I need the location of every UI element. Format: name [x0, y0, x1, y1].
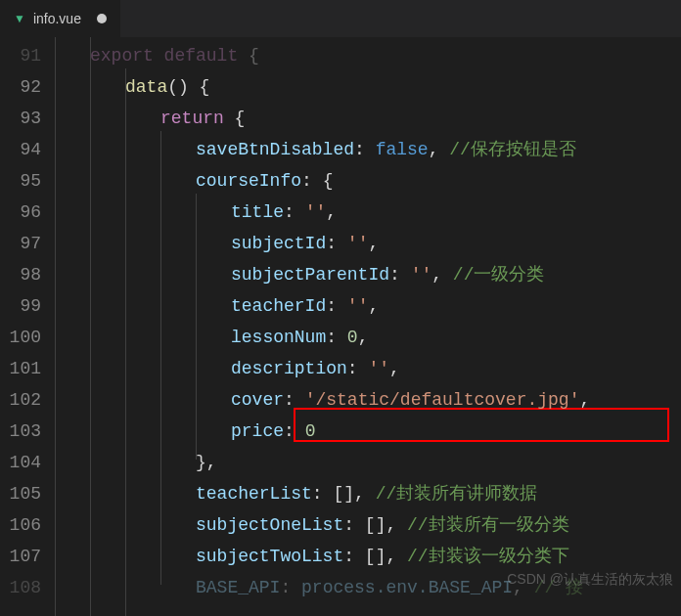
- token-string: '': [411, 265, 432, 285]
- token-punct: :: [284, 421, 305, 441]
- token-punct: ,: [389, 359, 400, 378]
- line-number: 102: [0, 384, 41, 416]
- token-punct: },: [196, 453, 217, 472]
- token-property: subjectParentId: [231, 265, 389, 285]
- token-property: BASE_API: [196, 578, 280, 597]
- code-line[interactable]: saveBtnDisabled: false, //保存按钮是否: [55, 134, 681, 165]
- token-keyword: export default: [90, 46, 238, 66]
- code-line[interactable]: lessonNum: 0,: [55, 322, 681, 353]
- token-punct: ,: [429, 140, 450, 159]
- token-string: '': [305, 202, 327, 222]
- token-property: cover: [231, 390, 284, 410]
- line-number: 97: [0, 228, 41, 259]
- token-property: courseInfo: [196, 171, 301, 191]
- vue-file-icon: ▼: [14, 12, 25, 25]
- tab-bar: ▼ info.vue: [0, 0, 681, 37]
- token-comment: //一级分类: [453, 265, 545, 285]
- token-comment: //保存按钮是否: [449, 140, 576, 159]
- token-punct: :: [389, 265, 411, 285]
- token-number: 0: [347, 328, 358, 347]
- token-property: saveBtnDisabled: [196, 140, 354, 159]
- token-property: title: [231, 202, 284, 222]
- token-punct: :: [284, 202, 305, 222]
- code-editor[interactable]: 9192939495969798991001011021031041051061…: [0, 37, 681, 616]
- token-property: subjectTwoList: [196, 547, 343, 566]
- line-number: 107: [0, 541, 41, 572]
- code-line[interactable]: price: 0: [55, 416, 681, 447]
- token-punct: : [],: [343, 547, 407, 566]
- code-line[interactable]: subjectOneList: [], //封装所有一级分类: [55, 509, 681, 541]
- token-punct: {: [238, 46, 259, 66]
- line-number: 105: [0, 478, 41, 509]
- token-punct: ,: [431, 265, 453, 285]
- line-number: 106: [0, 509, 41, 541]
- token-property: description: [231, 359, 347, 378]
- token-punct: :: [354, 140, 376, 159]
- token-punct: {: [224, 109, 246, 128]
- code-line[interactable]: data() {: [55, 71, 681, 103]
- token-punct: :: [326, 234, 347, 253]
- code-line[interactable]: },: [55, 447, 681, 478]
- code-content[interactable]: CSDN @认真生活的灰太狼 export default {data() {r…: [55, 37, 681, 616]
- code-line[interactable]: subjectParentId: '', //一级分类: [55, 259, 681, 290]
- line-number: 100: [0, 322, 41, 353]
- token-punct: ,: [358, 328, 369, 347]
- line-number: 99: [0, 290, 41, 322]
- token-punct: ,: [579, 390, 590, 410]
- token-comment: //封装该一级分类下: [407, 547, 569, 566]
- line-number: 91: [0, 40, 41, 71]
- line-number: 103: [0, 416, 41, 447]
- token-comment: //封装所有一级分类: [407, 515, 569, 535]
- line-number: 93: [0, 103, 41, 134]
- token-property: teacherList: [196, 484, 312, 504]
- code-line[interactable]: description: '',: [55, 353, 681, 384]
- token-property: lessonNum: [231, 328, 326, 347]
- code-line[interactable]: BASE_API: process.env.BASE_API, // 接: [55, 572, 681, 603]
- line-number-gutter: 9192939495969798991001011021031041051061…: [0, 37, 55, 616]
- token-property: subjectOneList: [196, 515, 343, 535]
- code-line[interactable]: return {: [55, 103, 681, 134]
- line-number: 96: [0, 197, 41, 228]
- code-line[interactable]: teacherId: '',: [55, 290, 681, 322]
- code-line[interactable]: subjectTwoList: [], //封装该一级分类下: [55, 541, 681, 572]
- token-property: subjectId: [231, 234, 326, 253]
- line-number: 108: [0, 572, 41, 603]
- editor-tab[interactable]: ▼ info.vue: [0, 0, 120, 37]
- code-line[interactable]: subjectId: '',: [55, 228, 681, 259]
- code-line[interactable]: cover: '/static/defaultcover.jpg',: [55, 384, 681, 416]
- code-line[interactable]: title: '',: [55, 197, 681, 228]
- line-number: 101: [0, 353, 41, 384]
- code-line[interactable]: export default {: [55, 40, 681, 71]
- token-punct: :: [284, 390, 305, 410]
- token-punct: :: [280, 578, 301, 597]
- token-punct: :: [326, 328, 347, 347]
- line-number: 94: [0, 134, 41, 165]
- tab-filename: info.vue: [33, 11, 81, 26]
- line-number: 92: [0, 71, 41, 103]
- token-punct: () {: [167, 77, 209, 97]
- token-comment: // 接: [534, 578, 583, 597]
- line-number: 104: [0, 447, 41, 478]
- token-punct: : {: [301, 171, 333, 191]
- line-number: 95: [0, 165, 41, 197]
- token-calllike: data: [125, 77, 167, 97]
- token-keyword: return: [160, 109, 224, 128]
- token-punct: :: [347, 359, 369, 378]
- code-line[interactable]: courseInfo: {: [55, 165, 681, 197]
- token-punct: : [],: [312, 484, 376, 504]
- token-comment: //封装所有讲师数据: [376, 484, 538, 504]
- token-string: '/static/defaultcover.jpg': [305, 390, 580, 410]
- token-string: '': [368, 359, 389, 378]
- token-punct: ,: [326, 202, 337, 222]
- token-punct: :: [326, 296, 347, 316]
- token-string: '': [347, 296, 369, 316]
- token-string: '': [347, 234, 369, 253]
- code-line[interactable]: teacherList: [], //封装所有讲师数据: [55, 478, 681, 509]
- line-number: 98: [0, 259, 41, 290]
- token-property: teacherId: [231, 296, 326, 316]
- token-punct: ,: [368, 296, 379, 316]
- token-property: process.env.BASE_API: [301, 578, 513, 597]
- token-punct: ,: [513, 578, 534, 597]
- token-punct: : [],: [343, 515, 407, 535]
- token-property: price: [231, 421, 284, 441]
